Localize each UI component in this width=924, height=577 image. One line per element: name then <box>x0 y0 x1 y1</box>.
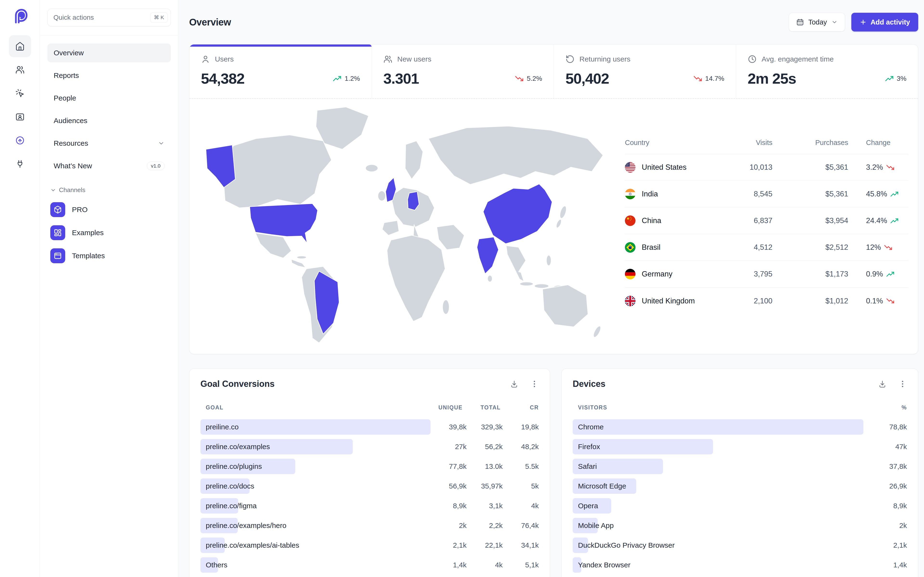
goal-cr: 5,1k <box>503 561 539 569</box>
change-value: 3.2% <box>866 163 883 172</box>
quick-actions-button[interactable]: Quick actions ⌘ K <box>47 9 171 26</box>
stat-tile-returning-users[interactable]: Returning users 50,402 14.7% <box>554 45 736 98</box>
world-map <box>193 105 614 348</box>
country-row-india: India 8,545 $5,361 45.8% <box>625 181 908 208</box>
goal-unique: 2k <box>430 521 467 530</box>
channel-item-pro[interactable]: PRO <box>47 198 171 221</box>
goal-row-preiline-co: preiline.co 39,8k 329,3k 19,8k <box>200 417 539 437</box>
device-row-duckduckgo-privacy-browser: DuckDuckGo Privacy Browser 2,1k <box>573 535 907 555</box>
date-range-button[interactable]: Today <box>789 13 845 32</box>
goal-row-preline-co-examples: preline.co/examples 27k 56,2k 48,2k <box>200 437 539 456</box>
goal-unique: 8,9k <box>430 502 467 510</box>
map-new-zealand <box>592 325 602 338</box>
arrow-up-circle-icon <box>15 135 25 145</box>
trend-down-icon <box>887 164 895 171</box>
add-activity-button[interactable]: Add activity <box>851 13 918 32</box>
layout-icon <box>50 225 65 240</box>
goal-cr: 34,1k <box>503 541 539 550</box>
country-purchases: $3,954 <box>772 216 848 225</box>
change-value: 0.1% <box>866 297 883 305</box>
sidebar-item-people[interactable]: People <box>47 89 171 108</box>
cursor-click-icon <box>15 89 25 98</box>
rail-item-contact-card-icon[interactable] <box>9 106 31 128</box>
device-value: 1,4k <box>893 561 907 569</box>
device-row-opera: Opera 8,9k <box>573 496 907 516</box>
column-change: Change <box>848 139 908 147</box>
preline-logo[interactable] <box>12 8 28 24</box>
goal-row-preline-co-examples-ai-tables: preline.co/examples/ai-tables 2,1k 22,1k… <box>200 535 539 555</box>
stat-trend: 3% <box>885 75 906 82</box>
channel-label: Examples <box>72 229 104 237</box>
sidebar-nav: Overview Reports People Audiences Resour… <box>47 44 171 175</box>
channel-item-examples[interactable]: Examples <box>47 221 171 244</box>
chevron-down-icon <box>50 187 56 193</box>
stat-tile-avg-engagement-time[interactable]: Avg. engagement time 2m 25s 3% <box>736 45 918 98</box>
shortcut-badge: ⌘ K <box>150 13 168 23</box>
channel-item-templates[interactable]: Templates <box>47 244 171 268</box>
date-range-label: Today <box>808 18 827 26</box>
stat-tile-new-users[interactable]: New users 3.301 5.2% <box>372 45 554 98</box>
trend-up-icon <box>885 76 894 82</box>
country-name: Brasil <box>642 243 661 252</box>
sidebar-item-audiences[interactable]: Audiences <box>47 111 171 130</box>
country-row-united-kingdom: United Kingdom 2,100 $1,012 0.1% <box>625 287 908 314</box>
download-icon[interactable] <box>510 380 519 388</box>
stat-value: 50,402 <box>565 70 609 87</box>
goal-unique: 27k <box>430 443 467 451</box>
sidebar-item-label: Resources <box>54 139 88 147</box>
country-change: 0.1% <box>848 297 908 305</box>
country-visits: 10,013 <box>727 163 772 172</box>
device-value: 26,9k <box>889 482 907 490</box>
sidebar-item-resources[interactable]: Resources <box>47 134 171 153</box>
gb-flag-icon <box>625 296 635 306</box>
panel-header: Devices <box>573 379 907 389</box>
rail-item-plug-icon[interactable] <box>9 153 31 175</box>
user-icon <box>201 55 210 64</box>
download-icon[interactable] <box>878 380 887 388</box>
map-iceland <box>365 165 378 172</box>
device-value: 47k <box>895 443 907 451</box>
history-icon <box>565 55 575 64</box>
devices-panel: Devices VISITORS % Chrome 78,8k Firefox … <box>561 369 918 577</box>
rail-item-home-icon[interactable] <box>9 35 31 57</box>
sidebar-item-overview[interactable]: Overview <box>47 44 171 62</box>
kebab-menu-icon[interactable] <box>530 380 539 388</box>
rail-item-users-icon[interactable] <box>9 59 31 81</box>
sidebar-item-reports[interactable]: Reports <box>47 66 171 85</box>
country-visits: 4,512 <box>727 243 772 252</box>
sidebar-divider <box>40 35 178 35</box>
calendar-icon <box>796 18 804 26</box>
map-canada <box>223 135 331 208</box>
goal-rows: preiline.co 39,8k 329,3k 19,8k preline.c… <box>200 417 539 575</box>
channels-section-toggle[interactable]: Channels <box>47 186 171 194</box>
trend-up-icon <box>890 191 899 197</box>
panel-actions <box>510 380 539 388</box>
rail-item-cursor-click-icon[interactable] <box>9 82 31 104</box>
device-name: Chrome <box>578 423 604 431</box>
trend-value: 14.7% <box>705 75 724 82</box>
stat-value: 2m 25s <box>748 70 796 87</box>
main-content: Overview Today Add activity Users 54,382 <box>179 0 924 577</box>
goal-cr: 5k <box>503 482 539 490</box>
goal-total: 3,1k <box>467 502 503 510</box>
sidebar-item-what-s-new[interactable]: What’s New v1.0 <box>47 156 171 175</box>
rail-nav <box>9 35 31 176</box>
device-value: 8,9k <box>893 502 907 510</box>
device-row-firefox: Firefox 47k <box>573 437 907 456</box>
kebab-menu-icon[interactable] <box>898 380 907 388</box>
device-name: Mobile App <box>578 521 614 530</box>
goal-total: 2,2k <box>467 521 503 530</box>
rail-item-arrow-up-circle-icon[interactable] <box>9 129 31 152</box>
change-value: 0.9% <box>866 270 883 279</box>
country-row-germany: Germany 3,795 $1,173 0.9% <box>625 261 908 287</box>
channel-label: Templates <box>72 252 105 260</box>
stat-value: 54,382 <box>201 70 244 87</box>
device-row-mobile-app: Mobile App 2k <box>573 516 907 535</box>
de-flag-icon <box>625 269 635 279</box>
column-goal: GOAL <box>200 405 223 411</box>
stat-tile-users[interactable]: Users 54,382 1.2% <box>189 45 372 98</box>
goal-name: preiline.co <box>206 423 239 431</box>
selected-indicator <box>189 45 372 47</box>
country-purchases: $1,012 <box>772 297 848 305</box>
us-flag-icon <box>625 162 635 172</box>
